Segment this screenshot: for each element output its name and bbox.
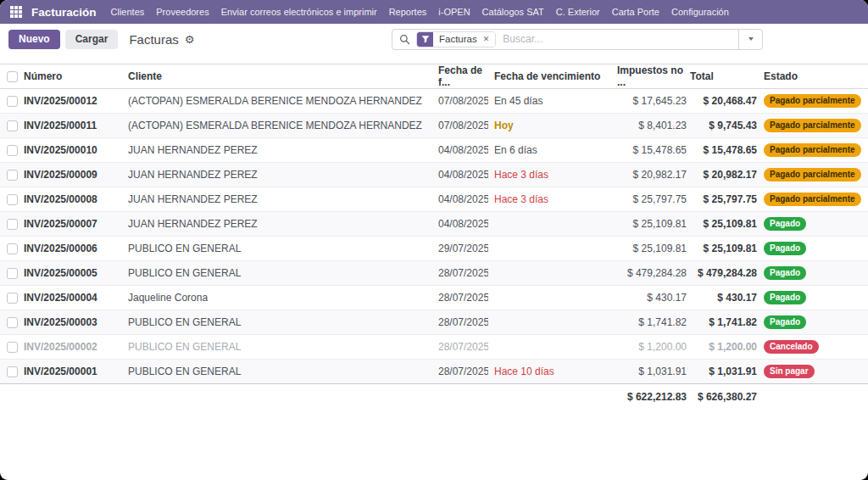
row-checkbox[interactable] xyxy=(7,268,18,279)
client-name: PUBLICO EN GENERAL xyxy=(126,237,432,261)
client-name: PUBLICO EN GENERAL xyxy=(126,261,432,286)
untaxed-amount: $ 20,982.17 xyxy=(617,163,690,187)
row-checkbox[interactable] xyxy=(7,194,18,205)
invoice-number: INV/2025/00009 xyxy=(22,163,126,187)
search-box[interactable]: Facturas ✕ xyxy=(392,29,763,50)
navbar-menu-item[interactable]: Configuración xyxy=(665,0,735,24)
client-name: JUAN HERNANDEZ PEREZ xyxy=(126,212,432,237)
due-date xyxy=(488,310,617,335)
due-date xyxy=(488,237,617,261)
untaxed-amount: $ 1,200.00 xyxy=(617,335,690,360)
row-checkbox[interactable] xyxy=(7,120,18,131)
table-row[interactable]: INV/2025/00010JUAN HERNANDEZ PEREZ04/08/… xyxy=(0,138,868,163)
invoice-date: 28/07/2025 xyxy=(432,335,488,360)
row-checkbox[interactable] xyxy=(7,243,18,254)
row-checkbox[interactable] xyxy=(7,366,18,377)
due-date: En 6 días xyxy=(488,138,617,163)
invoice-date: 29/07/2025 xyxy=(432,237,488,261)
untaxed-amount: $ 15,478.65 xyxy=(617,138,690,163)
new-button[interactable]: Nuevo xyxy=(8,30,60,49)
row-checkbox[interactable] xyxy=(7,342,18,353)
header-total[interactable]: Total xyxy=(690,64,760,89)
row-checkbox[interactable] xyxy=(7,170,18,181)
table-row[interactable]: INV/2025/00001PUBLICO EN GENERAL28/07/20… xyxy=(0,360,868,384)
row-checkbox[interactable] xyxy=(7,317,18,328)
navbar-menu-item[interactable]: Catálogos SAT xyxy=(476,0,550,24)
table-row[interactable]: INV/2025/00007JUAN HERNANDEZ PEREZ04/08/… xyxy=(0,212,868,237)
navbar-menu-item[interactable]: C. Exterior xyxy=(550,0,606,24)
status-badge: Pagado parcialmente xyxy=(764,119,861,133)
row-checkbox[interactable] xyxy=(7,96,18,107)
app-name[interactable]: Facturación xyxy=(31,6,97,19)
table-row[interactable]: INV/2025/00003PUBLICO EN GENERAL28/07/20… xyxy=(0,310,868,335)
header-untaxed[interactable]: Impuestos no ... xyxy=(617,64,690,89)
facet-remove-icon[interactable]: ✕ xyxy=(483,35,490,43)
navbar-menu-item[interactable]: i-OPEN xyxy=(432,0,476,24)
control-panel: Nuevo Cargar Facturas ⚙ Facturas ✕ xyxy=(0,24,868,54)
row-checkbox[interactable] xyxy=(7,293,18,304)
invoice-number: INV/2025/00004 xyxy=(22,286,126,310)
total-amount: $ 25,109.81 xyxy=(690,237,760,261)
due-date: En 45 días xyxy=(488,89,617,114)
filter-icon xyxy=(417,32,433,47)
upload-button[interactable]: Cargar xyxy=(65,30,119,49)
table-row[interactable]: INV/2025/00011(ACTOPAN) ESMERALDA BERENI… xyxy=(0,114,868,138)
facet-label: Facturas xyxy=(439,34,477,44)
table-row[interactable]: INV/2025/00002PUBLICO EN GENERAL28/07/20… xyxy=(0,335,868,360)
client-name: PUBLICO EN GENERAL xyxy=(126,310,432,335)
status-badge: Pagado xyxy=(764,217,806,232)
due-date xyxy=(488,286,617,310)
status-badge: Cancelado xyxy=(764,340,819,354)
total-amount: $ 1,031.91 xyxy=(690,360,760,384)
search-dropdown-toggle[interactable] xyxy=(738,30,762,49)
navbar-menu-item[interactable]: Enviar correos electrónicos e imprimir xyxy=(215,0,383,24)
row-checkbox[interactable] xyxy=(7,219,18,230)
invoice-date: 28/07/2025 xyxy=(432,360,488,384)
client-name: PUBLICO EN GENERAL xyxy=(126,335,432,360)
total-amount: $ 1,200.00 xyxy=(690,335,760,360)
invoice-number: INV/2025/00007 xyxy=(22,212,126,237)
search-facet[interactable]: Facturas ✕ xyxy=(416,31,496,47)
table-row[interactable]: INV/2025/00008JUAN HERNANDEZ PEREZ04/08/… xyxy=(0,187,868,212)
select-all-checkbox[interactable] xyxy=(7,71,18,82)
header-status[interactable]: Estado xyxy=(760,64,868,89)
totals-untaxed: $ 622,212.83 xyxy=(617,384,690,410)
navbar-menu-item[interactable]: Clientes xyxy=(105,0,151,24)
status-badge: Pagado parcialmente xyxy=(764,168,861,182)
invoice-date: 28/07/2025 xyxy=(432,310,488,335)
invoice-number: INV/2025/00011 xyxy=(22,114,126,138)
status-badge: Pagado xyxy=(764,315,806,330)
navbar-menu-item[interactable]: Reportes xyxy=(383,0,433,24)
navbar-menu-item[interactable]: Proveedores xyxy=(150,0,214,24)
row-checkbox[interactable] xyxy=(7,145,18,156)
due-date xyxy=(488,335,617,360)
due-date: Hace 3 días xyxy=(488,187,617,212)
gear-icon[interactable]: ⚙ xyxy=(185,34,195,45)
client-name: PUBLICO EN GENERAL xyxy=(126,360,432,384)
client-name: JUAN HERNANDEZ PEREZ xyxy=(126,187,432,212)
invoice-number: INV/2025/00001 xyxy=(22,360,126,384)
total-amount: $ 20,982.17 xyxy=(690,163,760,187)
header-due-date[interactable]: Fecha de vencimiento xyxy=(488,64,617,89)
header-number[interactable]: Número xyxy=(22,64,126,89)
table-row[interactable]: INV/2025/00009JUAN HERNANDEZ PEREZ04/08/… xyxy=(0,163,868,187)
status-badge: Pagado parcialmente xyxy=(764,193,861,207)
search-input[interactable] xyxy=(496,33,738,45)
totals-total: $ 626,380.27 xyxy=(690,384,760,410)
client-name: (ACTOPAN) ESMERALDA BERENICE MENDOZA HER… xyxy=(126,89,432,114)
table-row[interactable]: INV/2025/00004Jaqueline Corona28/07/2025… xyxy=(0,286,868,310)
header-invoice-date[interactable]: Fecha de f... xyxy=(432,64,488,89)
status-badge: Pagado parcialmente xyxy=(764,94,861,109)
navbar-menu-item[interactable]: Carta Porte xyxy=(606,0,665,24)
header-client[interactable]: Cliente xyxy=(126,64,432,89)
apps-grid-icon[interactable] xyxy=(10,6,22,18)
chevron-down-icon xyxy=(748,37,754,41)
client-name: Jaqueline Corona xyxy=(126,286,432,310)
untaxed-amount: $ 1,031.91 xyxy=(617,360,690,384)
table-row[interactable]: INV/2025/00012(ACTOPAN) ESMERALDA BERENI… xyxy=(0,89,868,114)
untaxed-amount: $ 25,109.81 xyxy=(617,212,690,237)
table-row[interactable]: INV/2025/00005PUBLICO EN GENERAL28/07/20… xyxy=(0,261,868,286)
breadcrumb[interactable]: Facturas xyxy=(129,32,178,47)
table-row[interactable]: INV/2025/00006PUBLICO EN GENERAL29/07/20… xyxy=(0,237,868,261)
invoice-date: 28/07/2025 xyxy=(432,261,488,286)
